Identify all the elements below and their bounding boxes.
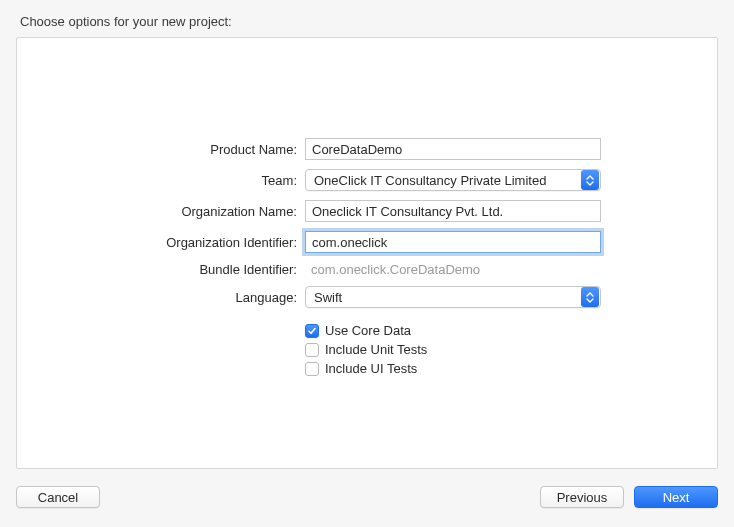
- footer: Cancel Previous Next: [16, 483, 718, 511]
- product-name-input[interactable]: [305, 138, 601, 160]
- organization-identifier-label: Organization Identifier:: [17, 235, 297, 250]
- product-name-label: Product Name:: [17, 142, 297, 157]
- language-popup-value: Swift: [314, 290, 342, 305]
- new-project-options-sheet: Choose options for your new project: Pro…: [0, 0, 734, 527]
- organization-name-input[interactable]: [305, 200, 601, 222]
- use-core-data-checkbox[interactable]: Use Core Data: [305, 323, 601, 338]
- cancel-button[interactable]: Cancel: [16, 486, 100, 508]
- footer-right: Previous Next: [540, 486, 718, 508]
- team-popup[interactable]: OneClick IT Consultancy Private Limited: [305, 169, 601, 191]
- checkbox-label: Include UI Tests: [325, 361, 417, 376]
- checkbox-group: Use Core Data Include Unit Tests Include…: [305, 323, 601, 376]
- language-label: Language:: [17, 290, 297, 305]
- organization-name-label: Organization Name:: [17, 204, 297, 219]
- team-popup-value: OneClick IT Consultancy Private Limited: [314, 173, 546, 188]
- organization-identifier-input[interactable]: [305, 231, 601, 253]
- checkbox-icon: [305, 362, 319, 376]
- checkbox-label: Use Core Data: [325, 323, 411, 338]
- next-button[interactable]: Next: [634, 486, 718, 508]
- include-ui-tests-checkbox[interactable]: Include UI Tests: [305, 361, 601, 376]
- include-unit-tests-checkbox[interactable]: Include Unit Tests: [305, 342, 601, 357]
- checkbox-icon: [305, 324, 319, 338]
- bundle-identifier-label: Bundle Identifier:: [17, 262, 297, 277]
- language-popup[interactable]: Swift: [305, 286, 601, 308]
- team-label: Team:: [17, 173, 297, 188]
- checkbox-label: Include Unit Tests: [325, 342, 427, 357]
- options-form: Product Name: Team: OneClick IT Consulta…: [17, 138, 717, 376]
- updown-arrows-icon: [581, 287, 599, 307]
- checkbox-icon: [305, 343, 319, 357]
- bundle-identifier-value: com.oneclick.CoreDataDemo: [305, 262, 601, 277]
- sheet-header: Choose options for your new project:: [20, 14, 718, 29]
- previous-button[interactable]: Previous: [540, 486, 624, 508]
- options-panel: Product Name: Team: OneClick IT Consulta…: [16, 37, 718, 469]
- updown-arrows-icon: [581, 170, 599, 190]
